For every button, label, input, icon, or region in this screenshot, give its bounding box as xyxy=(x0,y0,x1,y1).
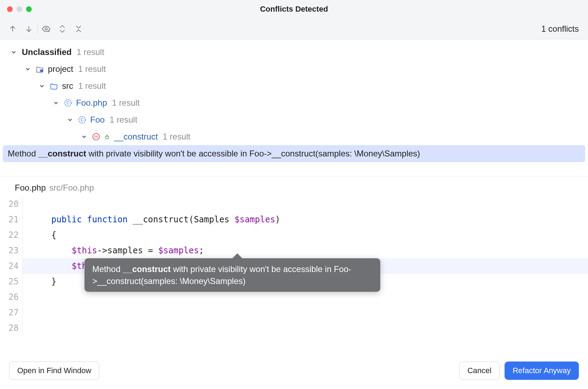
tree-group-count: 1 result xyxy=(76,47,104,57)
tree-conflict-message[interactable]: Method __construct with private visibili… xyxy=(3,145,585,162)
chevron-down-icon xyxy=(53,100,59,105)
conflict-prefix: Method xyxy=(8,149,38,158)
chevron-down-icon xyxy=(11,50,17,55)
chevron-down-icon xyxy=(67,117,73,122)
prev-occurrence-icon[interactable] xyxy=(8,24,18,34)
code-line xyxy=(31,196,588,212)
preview-icon[interactable] xyxy=(41,24,51,34)
code-line: $this->samples = $samples; xyxy=(31,243,588,258)
svg-text:C: C xyxy=(67,100,70,105)
next-occurrence-icon[interactable] xyxy=(24,24,34,34)
refactor-anyway-button[interactable]: Refactor Anyway xyxy=(505,362,579,380)
line-number: 21 xyxy=(0,212,19,227)
line-gutter: 20 21 22 23 24 25 26 27 28 xyxy=(0,196,23,336)
code-line: public function __construct(Samples $sam… xyxy=(31,212,588,227)
chevron-down-icon xyxy=(81,134,87,139)
line-number: 27 xyxy=(0,305,19,320)
editor-file-name: Foo.php xyxy=(15,183,46,193)
tree-node-count: 1 result xyxy=(163,132,190,142)
svg-point-0 xyxy=(45,27,48,30)
editor-header: Foo.php src/Foo.php xyxy=(0,176,588,196)
maximize-icon[interactable] xyxy=(26,6,32,12)
tree-node-count: 1 result xyxy=(112,98,140,108)
module-icon xyxy=(36,65,44,73)
tree-node-method[interactable]: m __construct 1 result xyxy=(0,128,588,145)
svg-rect-8 xyxy=(106,136,108,139)
dialog-footer: Open in Find Window Cancel Refactor Anyw… xyxy=(0,355,588,389)
tooltip-bold: __construct xyxy=(123,264,171,274)
editor-file-path: src/Foo.php xyxy=(49,183,94,193)
svg-text:C: C xyxy=(81,117,84,122)
tree-node-label: Foo.php xyxy=(76,98,107,108)
code-line xyxy=(31,305,588,320)
conflict-tooltip: Method __construct with private visibili… xyxy=(85,258,380,292)
tree-node-project[interactable]: project 1 result xyxy=(0,61,588,78)
tree-node-label: project xyxy=(48,64,73,74)
line-number: 23 xyxy=(0,243,19,258)
tree-node-label: src xyxy=(62,81,73,91)
svg-text:m: m xyxy=(94,134,98,139)
folder-icon xyxy=(50,82,58,90)
expand-all-icon[interactable] xyxy=(57,24,67,34)
code-body: public function __construct(Samples $sam… xyxy=(23,196,588,336)
tree-group-label: Unclassified xyxy=(22,47,71,57)
conflict-suffix: with private visibility won't be accessi… xyxy=(86,149,420,158)
tree-node-count: 1 result xyxy=(78,81,106,91)
open-in-find-window-button[interactable]: Open in Find Window xyxy=(9,362,99,380)
tree-node-label: Foo xyxy=(90,115,105,125)
tree-group-unclassified[interactable]: Unclassified 1 result xyxy=(0,44,588,61)
code-line: { xyxy=(31,227,588,243)
conflict-bold: __construct xyxy=(38,149,86,158)
chevron-down-icon xyxy=(25,67,31,72)
title-bar: Conflicts Detected xyxy=(0,0,588,18)
cancel-button[interactable]: Cancel xyxy=(459,362,499,380)
conflict-tree: Unclassified 1 result project 1 result s… xyxy=(0,39,588,176)
window-controls xyxy=(7,6,32,12)
tooltip-prefix: Method xyxy=(92,264,123,274)
tree-node-src[interactable]: src 1 result xyxy=(0,78,588,94)
line-number: 24 xyxy=(0,258,19,274)
class-file-icon: C xyxy=(64,99,72,107)
line-number: 28 xyxy=(0,320,19,336)
tree-node-file[interactable]: C Foo.php 1 result xyxy=(0,94,588,111)
line-number: 25 xyxy=(0,274,19,289)
tree-node-label: __construct xyxy=(114,132,158,142)
chevron-down-icon xyxy=(39,84,45,88)
tree-node-count: 1 result xyxy=(110,115,137,125)
conflict-count: 1 conflicts xyxy=(541,24,579,34)
line-number: 26 xyxy=(0,289,19,305)
window-title: Conflicts Detected xyxy=(260,5,328,14)
minimize-icon[interactable] xyxy=(17,6,22,12)
collapse-all-icon[interactable] xyxy=(74,24,83,34)
toolbar: 1 conflicts xyxy=(0,18,588,39)
svg-rect-1 xyxy=(40,69,43,72)
class-icon: C xyxy=(78,116,86,124)
conflict-text: Method __construct with private visibili… xyxy=(8,149,420,159)
code-line xyxy=(31,320,588,336)
tree-node-count: 1 result xyxy=(78,64,106,74)
line-number: 20 xyxy=(0,196,19,212)
tree-node-class[interactable]: C Foo 1 result xyxy=(0,111,588,128)
visibility-icon xyxy=(104,133,110,141)
method-icon: m xyxy=(92,133,100,141)
line-number: 22 xyxy=(0,227,19,243)
code-preview: 20 21 22 23 24 25 26 27 28 public functi… xyxy=(0,196,588,343)
close-icon[interactable] xyxy=(7,6,13,12)
